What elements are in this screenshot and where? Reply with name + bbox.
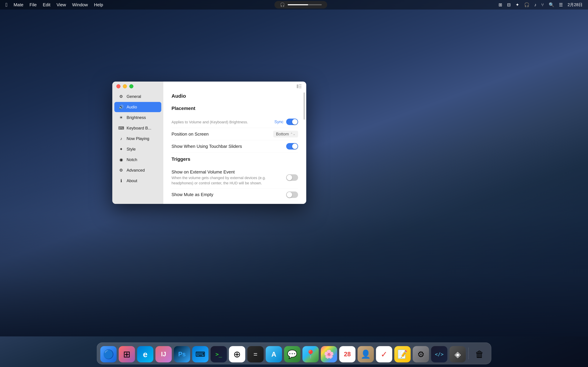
- dock-item-chrome[interactable]: ⊕: [229, 346, 245, 362]
- section-title-placement: Placement: [172, 106, 298, 111]
- dock-item-messages[interactable]: 💬: [284, 346, 301, 362]
- general-icon: ⚙: [118, 94, 124, 99]
- terminal-icon: >_: [215, 351, 222, 358]
- headphone-widget[interactable]: 🎧: [274, 1, 327, 8]
- menubar-search-icon[interactable]: 🔍: [549, 2, 554, 8]
- menu-help[interactable]: Help: [94, 2, 103, 8]
- sidebar-item-keyboard[interactable]: ⌨ Keyboard B...: [114, 123, 161, 133]
- menubar-headphone-icon[interactable]: 🎧: [524, 2, 529, 8]
- notes-icon: 📝: [398, 350, 408, 359]
- menubar-wifi-icon[interactable]: ⑂: [541, 2, 544, 8]
- dock: 🔵 ⊞ e IJ Ps ⌨ >_ ⊕ = A 💬 📍 🌸 28 👤 ✓: [97, 342, 491, 364]
- scrollbar[interactable]: [303, 91, 305, 202]
- dock-item-finder[interactable]: 🔵: [100, 346, 117, 362]
- dock-item-contacts[interactable]: 👤: [358, 346, 374, 362]
- window-titlebar: [112, 82, 306, 91]
- dock-item-launchpad[interactable]: ⊞: [119, 346, 135, 362]
- dock-item-maps[interactable]: 📍: [303, 346, 319, 362]
- headphone-progress-fill: [288, 4, 308, 5]
- external-volume-text-container: Show on External Volume Event When the v…: [172, 169, 277, 186]
- sync-label: Sync: [274, 119, 284, 124]
- menubar-scrobbler-icon[interactable]: ♪: [534, 2, 536, 8]
- svg-rect-3: [299, 87, 302, 88]
- contacts-icon: 👤: [361, 350, 371, 359]
- sidebar-label-keyboard: Keyboard B...: [127, 126, 151, 131]
- window-minimize-button[interactable]: [123, 84, 127, 88]
- dock-item-calendar[interactable]: 28: [339, 346, 355, 362]
- menubar-grid-icon[interactable]: ⊞: [499, 2, 502, 8]
- touchbar-control: [286, 143, 298, 150]
- headphone-progress-bar: [288, 4, 322, 5]
- calendar-icon: 28: [344, 351, 351, 358]
- sidebar-label-style: Style: [127, 147, 136, 151]
- edge-icon: e: [143, 350, 147, 359]
- dock-item-photos[interactable]: 🌸: [321, 346, 337, 362]
- menubar-datetime[interactable]: 2月28日: [568, 2, 583, 8]
- chrome-icon: ⊕: [233, 349, 241, 359]
- dock-item-edge[interactable]: e: [137, 346, 154, 362]
- mute-empty-toggle[interactable]: [286, 192, 298, 198]
- dock-item-vscode[interactable]: ⌨: [192, 346, 208, 362]
- brightness-icon: ☀: [118, 115, 124, 120]
- sidebar-item-nowplaying[interactable]: ♪ Now Playing: [114, 133, 161, 144]
- sidebar-item-style[interactable]: ✦ Style: [114, 144, 161, 154]
- window-maximize-button[interactable]: [129, 84, 133, 88]
- section-title-triggers: Triggers: [172, 157, 298, 162]
- position-label: Position on Screen: [172, 132, 208, 137]
- sidebar-item-brightness[interactable]: ☀ Brightness: [114, 112, 161, 123]
- sidebar-label-notch: Notch: [127, 157, 137, 162]
- dock-item-trash[interactable]: 🗑: [471, 346, 488, 362]
- window-close-button[interactable]: [116, 84, 121, 88]
- mute-empty-label: Show Mute as Empty: [172, 192, 213, 197]
- menubar-bluetooth-icon[interactable]: ✦: [516, 2, 519, 8]
- sync-toggle[interactable]: [286, 119, 298, 125]
- dock-item-devtools[interactable]: </>: [431, 346, 448, 362]
- settings-row-position: Position on Screen Bottom ⌃⌄: [172, 128, 298, 140]
- dock-item-sysprefs[interactable]: ⚙: [413, 346, 429, 362]
- dock-item-notes[interactable]: 📝: [394, 346, 411, 362]
- sidebar-toggle-icon[interactable]: [296, 84, 302, 89]
- dock-item-intellij[interactable]: IJ: [156, 346, 172, 362]
- sidebar-item-advanced[interactable]: ⚙ Advanced: [114, 165, 161, 175]
- touchbar-toggle[interactable]: [286, 143, 298, 150]
- dock-item-photoshop[interactable]: Ps: [174, 346, 190, 362]
- menu-view[interactable]: View: [56, 2, 66, 8]
- window-sidebar-toggle[interactable]: [296, 84, 302, 89]
- menubar:  Mate File Edit View Window Help 🎧 ⊞ ⊟ …: [0, 0, 588, 9]
- main-content-area: Audio Placement Applies to Volume and (K…: [163, 82, 306, 204]
- audio-icon: 🔊: [118, 104, 124, 110]
- settings-row-sync: Applies to Volume and (Keyboard) Brightn…: [172, 116, 298, 128]
- svg-rect-1: [299, 84, 302, 85]
- sidebar-item-notch[interactable]: ◉ Notch: [114, 155, 161, 165]
- dock-item-unknown1[interactable]: ◈: [450, 346, 466, 362]
- position-control: Bottom ⌃⌄: [273, 131, 298, 137]
- dock-item-calculator[interactable]: =: [247, 346, 264, 362]
- menubar-layout-icon[interactable]: ⊟: [507, 2, 511, 8]
- menubar-control-icon[interactable]: ☰: [559, 2, 563, 8]
- menu-file[interactable]: File: [30, 2, 37, 8]
- sync-row-label-container: Applies to Volume and (Keyboard) Brightn…: [172, 119, 248, 124]
- page-title: Audio: [172, 91, 298, 103]
- trash-icon: 🗑: [475, 349, 484, 359]
- menu-mate[interactable]: Mate: [14, 2, 24, 8]
- apple-menu[interactable]: : [5, 2, 8, 8]
- sidebar-item-general[interactable]: ⚙ General: [114, 92, 161, 102]
- keyboard-icon: ⌨: [118, 125, 124, 131]
- external-volume-label: Show on External Volume Event: [172, 169, 277, 175]
- sidebar-label-brightness: Brightness: [127, 115, 146, 120]
- sidebar-label-general: General: [127, 94, 141, 99]
- dock-item-appstore[interactable]: A: [266, 346, 282, 362]
- scrollbar-thumb[interactable]: [303, 92, 305, 120]
- sidebar-label-audio: Audio: [127, 105, 137, 109]
- dock-item-terminal[interactable]: >_: [211, 346, 227, 362]
- about-icon: ℹ: [118, 178, 124, 184]
- sidebar-item-audio[interactable]: 🔊 Audio: [114, 102, 161, 112]
- menu-window[interactable]: Window: [72, 2, 88, 8]
- settings-row-mute-empty: Show Mute as Empty: [172, 189, 298, 201]
- position-dropdown[interactable]: Bottom ⌃⌄: [273, 131, 298, 137]
- menu-edit[interactable]: Edit: [43, 2, 50, 8]
- headphone-icon: 🎧: [280, 2, 285, 7]
- sidebar-item-about[interactable]: ℹ About: [114, 176, 161, 186]
- dock-item-reminders[interactable]: ✓: [376, 346, 392, 362]
- external-volume-toggle[interactable]: [286, 174, 298, 181]
